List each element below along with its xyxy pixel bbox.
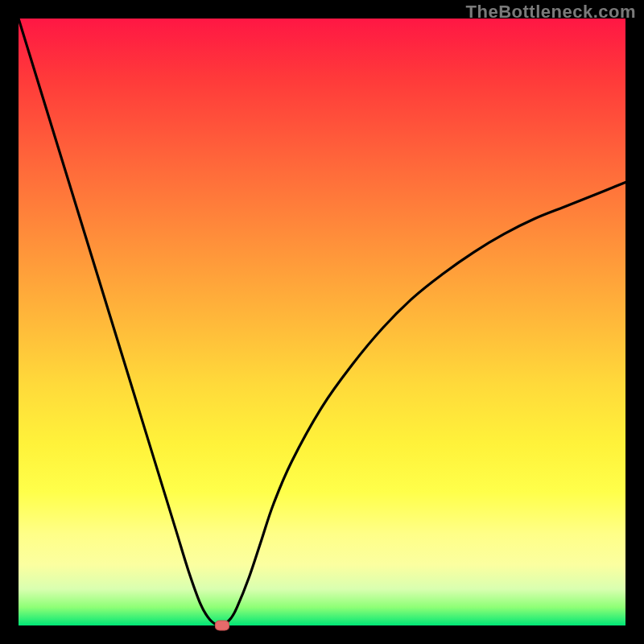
- bottleneck-curve: [19, 19, 625, 625]
- chart-frame: TheBottleneck.com: [0, 0, 644, 644]
- attribution-text: TheBottleneck.com: [466, 2, 636, 23]
- optimum-marker: [215, 621, 229, 631]
